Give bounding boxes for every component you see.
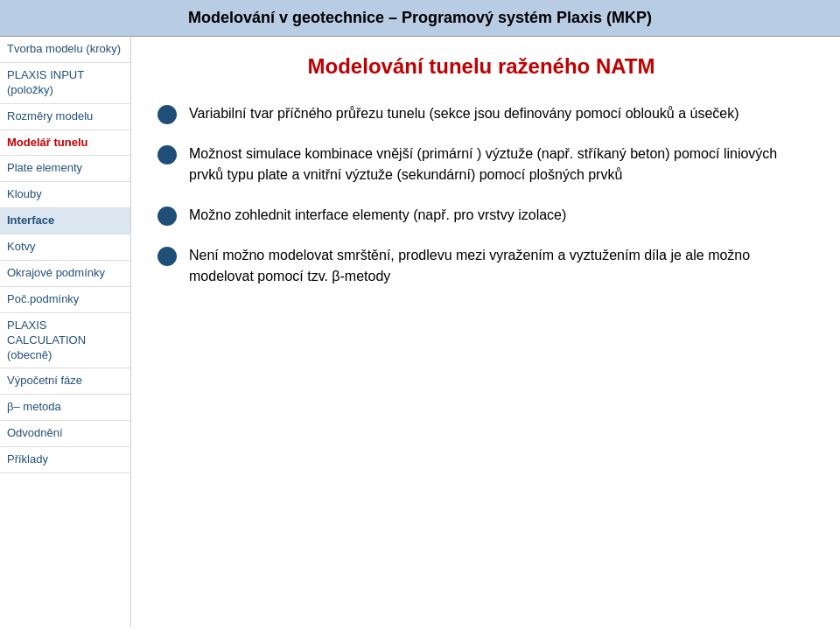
sidebar-item-okrajove-podminky[interactable]: Okrajové podmínky <box>0 261 130 287</box>
header-title: Modelování v geotechnice – Programový sy… <box>188 9 652 26</box>
page-header: Modelování v geotechnice – Programový sy… <box>0 0 840 37</box>
bullet-item-2: Možno zohlednit interface elementy (např… <box>158 205 805 226</box>
sidebar-item-tvorba-modelu[interactable]: Tvorba modelu (kroky) <box>0 37 130 63</box>
content-title: Modelování tunelu raženého NATM <box>158 54 805 79</box>
sidebar-item-plaxis-calculation[interactable]: PLAXIS CALCULATION (obecně) <box>0 313 130 369</box>
bullet-dot-0 <box>158 105 177 124</box>
sidebar-item-poc-podminky[interactable]: Poč.podmínky <box>0 287 130 313</box>
sidebar-item-vypocetni-faze[interactable]: Výpočetní fáze <box>0 368 130 395</box>
sidebar-item-plaxis-input[interactable]: PLAXIS INPUT (položky) <box>0 63 130 104</box>
bullet-item-0: Variabilní tvar příčného průřezu tunelu … <box>158 103 805 124</box>
bullet-item-1: Možnost simulace kombinace vnější (primá… <box>158 144 805 186</box>
sidebar-item-priklady[interactable]: Příklady <box>0 447 130 473</box>
bullet-dot-2 <box>158 206 177 226</box>
sidebar-item-kotvy[interactable]: Kotvy <box>0 234 130 261</box>
sidebar-item-plate-elementy[interactable]: Plate elementy <box>0 156 130 182</box>
bullet-list: Variabilní tvar příčného průřezu tunelu … <box>158 103 805 287</box>
bullet-text-3: Není možno modelovat smrštění, prodlevu … <box>189 245 805 287</box>
bullet-text-2: Možno zohlednit interface elementy (např… <box>189 205 566 226</box>
bullet-dot-3 <box>158 247 177 266</box>
bullet-dot-1 <box>158 145 177 164</box>
bullet-text-1: Možnost simulace kombinace vnější (primá… <box>189 144 805 186</box>
main-content: Modelování tunelu raženého NATM Variabil… <box>131 37 840 626</box>
sidebar-item-modelar-tunelu[interactable]: Modelář tunelu <box>0 130 130 157</box>
bullet-text-0: Variabilní tvar příčného průřezu tunelu … <box>189 103 739 124</box>
sidebar-item-rozmery-modelu[interactable]: Rozměry modelu <box>0 104 130 130</box>
sidebar: Tvorba modelu (kroky)PLAXIS INPUT (polož… <box>0 37 131 626</box>
sidebar-item-odvodneni[interactable]: Odvodnění <box>0 421 130 447</box>
sidebar-item-beta-metoda[interactable]: β– metoda <box>0 395 130 421</box>
sidebar-item-klouby[interactable]: Klouby <box>0 182 130 208</box>
bullet-item-3: Není možno modelovat smrštění, prodlevu … <box>158 245 805 287</box>
sidebar-item-interface[interactable]: Interface <box>0 208 130 234</box>
main-layout: Tvorba modelu (kroky)PLAXIS INPUT (polož… <box>0 37 840 626</box>
